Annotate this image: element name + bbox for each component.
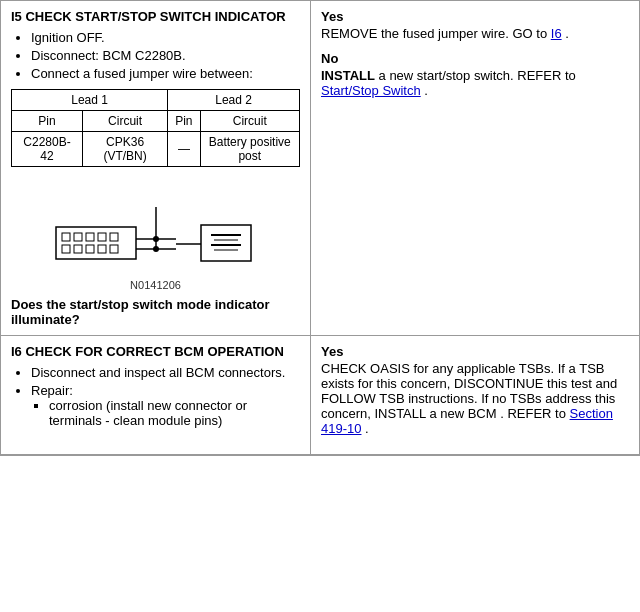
section-i5-left: I5 CHECK START/STOP SWITCH INDICATOR Ign… xyxy=(1,1,311,335)
section-i6-right: Yes CHECK OASIS for any applicable TSBs.… xyxy=(311,336,639,454)
svg-rect-1 xyxy=(62,233,70,241)
svg-rect-9 xyxy=(98,245,106,253)
no-prefix: INSTALL xyxy=(321,68,375,83)
lead2-header: Lead 2 xyxy=(168,90,300,111)
wiring-diagram xyxy=(46,177,266,277)
row1-pin2: — xyxy=(168,132,200,167)
start-stop-switch-link[interactable]: Start/Stop Switch xyxy=(321,83,421,98)
i6-link[interactable]: I6 xyxy=(551,26,562,41)
section-i5-right: Yes REMOVE the fused jumper wire. GO to … xyxy=(311,1,639,335)
wiring-diagram-area: N0141206 xyxy=(11,177,300,291)
yes-suffix: . xyxy=(565,26,569,41)
no-suffix: . xyxy=(424,83,428,98)
col-pin-2: Pin xyxy=(168,111,200,132)
svg-rect-5 xyxy=(110,233,118,241)
diagram-label: N0141206 xyxy=(130,279,181,291)
no-middle: a new start/stop switch. REFER to xyxy=(379,68,576,83)
section-i5-header: I5 CHECK START/STOP SWITCH INDICATOR xyxy=(11,9,300,24)
step-1: Ignition OFF. xyxy=(31,30,300,45)
svg-rect-6 xyxy=(62,245,70,253)
step-3: Connect a fused jumper wire between: xyxy=(31,66,300,81)
diagnostic-page: I5 CHECK START/STOP SWITCH INDICATOR Ign… xyxy=(0,0,640,456)
repair-subitems: corrosion (install new connector or term… xyxy=(31,398,300,428)
svg-rect-7 xyxy=(74,245,82,253)
section-i6-header: I6 CHECK FOR CORRECT BCM OPERATION xyxy=(11,344,300,359)
no-content: INSTALL a new start/stop switch. REFER t… xyxy=(321,68,629,98)
answer-yes-block: Yes REMOVE the fused jumper wire. GO to … xyxy=(321,9,629,41)
step-2: Disconnect: BCM C2280B. xyxy=(31,48,300,63)
section-i6: I6 CHECK FOR CORRECT BCM OPERATION Disco… xyxy=(1,336,639,455)
i6-answer-yes-block: Yes CHECK OASIS for any applicable TSBs.… xyxy=(321,344,629,436)
row1-pin1: C2280B-42 xyxy=(12,132,83,167)
section-i6-steps: Disconnect and inspect all BCM connector… xyxy=(11,365,300,428)
row1-circuit2: Battery positive post xyxy=(200,132,299,167)
svg-rect-17 xyxy=(201,225,251,261)
repair-label: Repair: xyxy=(31,383,73,398)
col-pin-1: Pin xyxy=(12,111,83,132)
row1-circuit1: CPK36 (VT/BN) xyxy=(83,132,168,167)
i6-yes-content: CHECK OASIS for any applicable TSBs. If … xyxy=(321,361,629,436)
i6-yes-label: Yes xyxy=(321,344,629,359)
yes-content: REMOVE the fused jumper wire. GO to I6 . xyxy=(321,26,629,41)
i6-yes-suffix: . xyxy=(365,421,369,436)
col-circuit-2: Circuit xyxy=(200,111,299,132)
svg-rect-2 xyxy=(74,233,82,241)
repair-item-1: corrosion (install new connector or term… xyxy=(49,398,300,428)
svg-rect-4 xyxy=(98,233,106,241)
i6-step-1: Disconnect and inspect all BCM connector… xyxy=(31,365,300,380)
section-i5-steps: Ignition OFF. Disconnect: BCM C2280B. Co… xyxy=(11,30,300,81)
question-text: Does the start/stop switch mode indicato… xyxy=(11,297,300,327)
connector-table: Lead 1 Lead 2 Pin Circuit Pin Circuit C2… xyxy=(11,89,300,167)
no-label: No xyxy=(321,51,629,66)
svg-rect-8 xyxy=(86,245,94,253)
answer-no-block: No INSTALL a new start/stop switch. REFE… xyxy=(321,51,629,98)
col-circuit-1: Circuit xyxy=(83,111,168,132)
section-i6-left: I6 CHECK FOR CORRECT BCM OPERATION Disco… xyxy=(1,336,311,454)
i6-repair: Repair: corrosion (install new connector… xyxy=(31,383,300,428)
svg-rect-10 xyxy=(110,245,118,253)
yes-text: REMOVE the fused jumper wire. GO to xyxy=(321,26,547,41)
yes-label: Yes xyxy=(321,9,629,24)
section-i5: I5 CHECK START/STOP SWITCH INDICATOR Ign… xyxy=(1,1,639,336)
lead1-header: Lead 1 xyxy=(12,90,168,111)
svg-rect-0 xyxy=(56,227,136,259)
svg-rect-3 xyxy=(86,233,94,241)
